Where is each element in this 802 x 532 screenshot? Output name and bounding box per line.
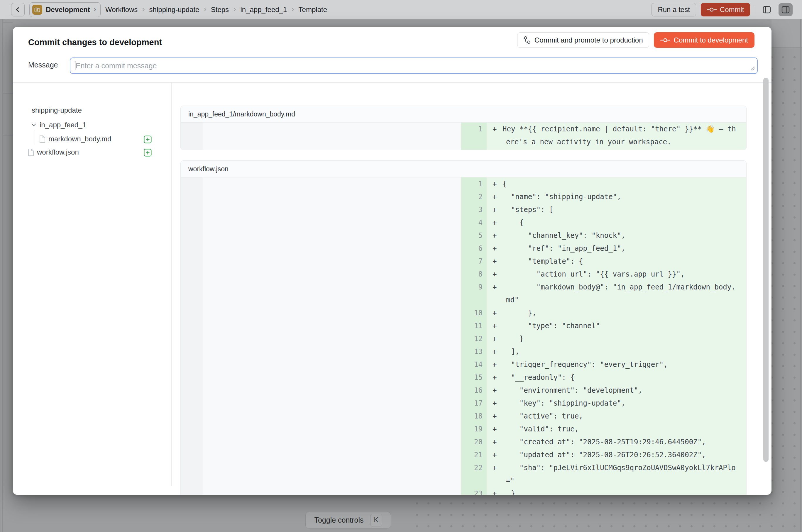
diff-line-text: + } [492, 487, 743, 495]
diff-old-gutter [181, 229, 203, 242]
diff-line: 18+ "active": true, [181, 410, 746, 423]
diff-old-gutter [181, 177, 203, 190]
diff-old-content [203, 319, 461, 332]
diff-line-text: =" [492, 474, 743, 487]
diff-old-gutter [181, 122, 203, 148]
diff-line: 22+ "sha": "pJeLVir6xIlUCMGqs9qroZoUAVDS… [181, 461, 746, 487]
background-panel-line [2, 22, 13, 23]
commit-and-promote-button[interactable]: Commit and promote to production [517, 32, 649, 48]
diff-line: 14+ "trigger_frequency": "every_trigger"… [181, 358, 746, 371]
added-file-badge [144, 135, 152, 144]
panel-right-icon [781, 5, 790, 14]
diff-line-number: 11 [461, 319, 487, 332]
diff-line: 19+ "valid": true, [181, 423, 746, 436]
diff-line: 7+ "template": { [181, 255, 746, 268]
diff-old-gutter [181, 410, 203, 423]
diff-line-text: + "valid": true, [492, 423, 743, 436]
diff-line: 15+ "__readonly": { [181, 371, 746, 384]
diff-plus-marker: + [492, 423, 503, 436]
environment-label: Development [46, 5, 90, 14]
tree-folder-in-app-feed[interactable]: in_app_feed_1 [31, 121, 86, 129]
added-file-badge [144, 149, 152, 157]
promote-button-label: Commit and promote to production [535, 36, 643, 44]
diff-plus-marker: + [492, 190, 503, 203]
diff-added-content: + "action_url": "{{ vars.app_url }}", [487, 268, 746, 281]
diff-old-content [203, 423, 461, 436]
diff-line-text: + "__readonly": { [492, 371, 743, 384]
diff-line-number: 2 [461, 190, 487, 203]
diff-old-content [203, 371, 461, 384]
diff-old-content [203, 461, 461, 487]
diff-line-text: + "type": "channel" [492, 319, 743, 332]
diff-added-content: + "__readonly": { [487, 371, 746, 384]
diff-line: 11+ "type": "channel" [181, 319, 746, 332]
breadcrumb-item[interactable]: Steps [211, 5, 229, 14]
diff-line-number: 18 [461, 410, 487, 423]
diff-old-gutter [181, 436, 203, 449]
diff-plus-marker: + [492, 177, 503, 190]
plus-square-icon [144, 149, 152, 157]
diff-plus-marker: + [492, 281, 503, 293]
diff-old-gutter [181, 397, 203, 410]
tree-file-workflow-json[interactable]: workflow.json [27, 148, 79, 156]
background-right-panel-border [800, 19, 801, 532]
breadcrumb-separator-icon: › [291, 4, 294, 14]
commit-button[interactable]: Commit [701, 3, 750, 16]
diff-line-text: + "name": "shipping-update", [492, 190, 743, 203]
diff-line-number: 17 [461, 397, 487, 410]
diff-old-content [203, 487, 461, 495]
commit-icon [660, 38, 670, 43]
diff-old-gutter [181, 371, 203, 384]
diff-file-title: workflow.json [181, 161, 746, 177]
toolbar-divider [755, 5, 756, 14]
tree-file-markdown-body[interactable]: markdown_body.md [39, 135, 111, 143]
diff-line-text: + ], [492, 345, 743, 358]
toggle-left-panel-button[interactable] [760, 3, 774, 16]
resize-handle-icon [749, 64, 755, 71]
diff-line-text: +{ [492, 177, 743, 190]
diff-line-number: 7 [461, 255, 487, 268]
diff-added-content: + "environment": "development", [487, 384, 746, 397]
diff-old-content [203, 345, 461, 358]
shortcut-key-badge: K [370, 514, 382, 527]
environment-selector[interactable]: Development › [29, 2, 100, 17]
diff-old-content [203, 358, 461, 371]
diff-added-content: +Hey **{{ recipient.name | default: "the… [487, 122, 746, 148]
diff-line-text: + "created_at": "2025-08-25T19:29:46.644… [492, 436, 743, 449]
diff-line: 1+Hey **{{ recipient.name | default: "th… [181, 122, 746, 148]
diff-added-content: + "markdown_body@": "in_app_feed_1/markd… [487, 281, 746, 306]
diff-plus-marker: + [492, 449, 503, 461]
diff-card-workflow-json: workflow.json 1+{2+ "name": "shipping-up… [181, 160, 747, 495]
run-test-button[interactable]: Run a test [652, 3, 696, 16]
diff-line-number: 14 [461, 358, 487, 371]
diff-old-gutter [181, 487, 203, 495]
toggle-controls-button[interactable]: Toggle controls K [305, 512, 391, 529]
modal-scrollbar-thumb[interactable] [763, 78, 768, 462]
commit-message-input[interactable] [70, 57, 758, 74]
diff-old-gutter [181, 203, 203, 216]
breadcrumb-item[interactable]: in_app_feed_1 [240, 5, 287, 14]
diff-old-gutter [181, 358, 203, 371]
diff-added-content: + "type": "channel" [487, 319, 746, 332]
diff-old-gutter [181, 449, 203, 461]
tree-guide-line [35, 130, 35, 145]
diff-old-content [203, 306, 461, 319]
diff-line: 4+ { [181, 216, 746, 229]
toggle-right-panel-button[interactable] [779, 3, 792, 16]
breadcrumb-item[interactable]: Workflows [105, 5, 137, 14]
diff-plus-marker: + [492, 242, 503, 255]
message-label: Message [28, 61, 58, 69]
commit-to-development-button[interactable]: Commit to development [654, 32, 754, 48]
diff-line: 9+ "markdown_body@": "in_app_feed_1/mark… [181, 281, 746, 306]
breadcrumb-separator-icon: › [142, 4, 145, 14]
diff-line-number: 1 [461, 177, 487, 190]
breadcrumb-item[interactable]: shipping-update [149, 5, 200, 14]
breadcrumb-item[interactable]: Template [299, 5, 327, 14]
diff-line-text: +Hey **{{ recipient.name | default: "the… [492, 122, 743, 135]
background-left-panel-border [2, 19, 3, 532]
diff-plus-marker: + [492, 216, 503, 229]
diff-added-content: + } [487, 332, 746, 345]
diff-line: 20+ "created_at": "2025-08-25T19:29:46.6… [181, 436, 746, 449]
back-button[interactable] [11, 3, 25, 16]
diff-line-number: 1 [461, 122, 487, 148]
